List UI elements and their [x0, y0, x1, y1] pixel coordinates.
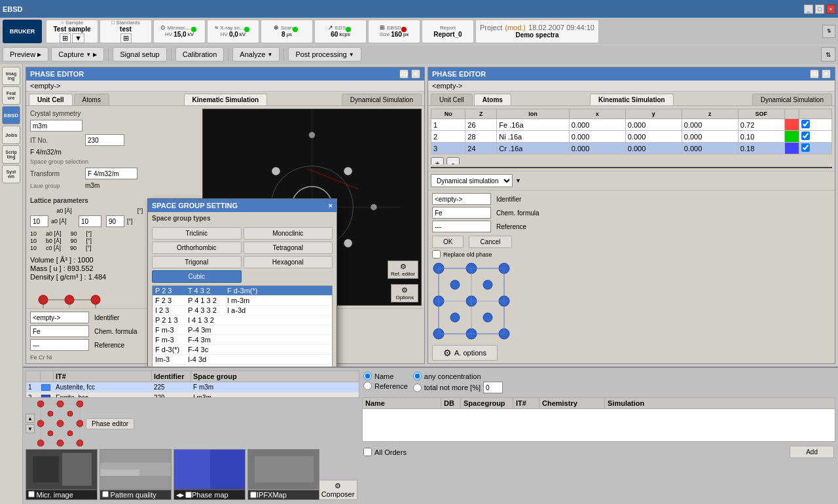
- atom-check-1[interactable]: [801, 120, 810, 128]
- module-scan[interactable]: ⊕ Scan 8 μs: [261, 20, 313, 43]
- sg-list-row-5[interactable]: F m-3F-4 3m: [153, 335, 332, 345]
- maximize-btn[interactable]: □: [815, 5, 824, 14]
- remove-atom-btn[interactable]: -: [446, 157, 460, 164]
- right-ok-btn[interactable]: OK: [432, 236, 464, 248]
- sg-close-btn[interactable]: ×: [329, 202, 333, 209]
- right-identifier-input[interactable]: [432, 193, 491, 205]
- sg-type-hexagonal[interactable]: Hexagonal: [244, 256, 333, 268]
- sg-list-row-2[interactable]: I 2 3P 4 3 3 2I a-3d: [153, 306, 332, 315]
- micr-check[interactable]: [28, 491, 35, 497]
- sg-list[interactable]: P 2 3T 4 3 2F d-3m(*) F 2 3P 4 1 3 2I m-…: [152, 285, 333, 367]
- close-btn[interactable]: ×: [826, 5, 835, 14]
- module-ebsd[interactable]: ⊞ EBSD Size 160 px: [368, 20, 420, 43]
- io-right-btn[interactable]: ⇅: [821, 47, 835, 62]
- options-btn-left[interactable]: ⚙ Options: [391, 284, 418, 302]
- io-icon-top[interactable]: ⇅: [822, 25, 835, 38]
- tab-dynamical[interactable]: Dynamical Simulation: [342, 94, 422, 105]
- sg-list-row-1[interactable]: F 2 3P 4 1 3 2I m-3m: [153, 296, 332, 306]
- sidebar-jobs[interactable]: Jobs: [2, 126, 20, 144]
- ref-editor-btn-left[interactable]: ⚙ Ref. editor: [388, 261, 418, 279]
- thumbnail-micr[interactable]: Micr. image: [26, 449, 98, 500]
- sg-list-row-4[interactable]: F m-3P-4 3m: [153, 325, 332, 335]
- right-tab-unit-cell[interactable]: Unit Cell: [431, 94, 473, 105]
- right-panel-io-btn[interactable]: I/O: [810, 69, 819, 79]
- module-eds[interactable]: ↗ EDS 60 kcps: [314, 20, 367, 43]
- atom-check-3[interactable]: [801, 143, 810, 152]
- sg-list-row-6[interactable]: F d-3(*)F-4 3c: [153, 345, 332, 355]
- right-cancel-btn[interactable]: Cancel: [469, 236, 511, 248]
- thumbnail-ipfx[interactable]: IPFXMap: [247, 449, 319, 500]
- phase-row-ferrite[interactable]: 2 Ferrite, bcc 229 I m3m: [26, 393, 359, 398]
- scroll-up[interactable]: ▲: [26, 414, 35, 423]
- sg-list-row-7[interactable]: Im-3I-4 3d: [153, 355, 332, 365]
- analyze-btn[interactable]: Analyze ▼: [232, 47, 280, 62]
- right-chem-input[interactable]: [432, 207, 491, 219]
- all-orders-check[interactable]: [363, 448, 372, 456]
- tab-unit-cell[interactable]: Unit Cell: [29, 94, 73, 105]
- sg-type-trigonal[interactable]: Trigonal: [152, 256, 242, 268]
- it-no-input[interactable]: [85, 134, 124, 146]
- transform-input[interactable]: [85, 168, 137, 179]
- thumbnail-phase-map[interactable]: ◀▶ Phase map: [173, 449, 246, 500]
- calibration-btn[interactable]: Calibration: [175, 47, 225, 62]
- sg-type-tetragonal[interactable]: Tetragonal: [244, 242, 333, 254]
- total-not-more-radio[interactable]: [413, 384, 422, 392]
- sidebar-imaging[interactable]: Imaging: [2, 67, 20, 85]
- a-options-btn-right[interactable]: ⚙ A. options: [432, 345, 498, 361]
- signal-setup-btn[interactable]: Signal setup: [113, 47, 167, 62]
- capture-btn[interactable]: Capture ▼ ▶: [51, 47, 104, 62]
- right-replace-checkbox[interactable]: [432, 250, 441, 259]
- pattern-check[interactable]: [102, 491, 109, 497]
- atom-check-2[interactable]: [801, 132, 810, 140]
- right-tab-dynamical[interactable]: Dynamical Simulation: [752, 94, 832, 105]
- identifier-input-left[interactable]: [30, 312, 89, 323]
- module-report[interactable]: Report Report_0: [422, 20, 474, 43]
- scroll-down[interactable]: ▼: [26, 424, 35, 433]
- sg-type-cubic[interactable]: Cubic: [152, 270, 242, 283]
- post-processing-btn[interactable]: Post processing ▼: [288, 47, 361, 62]
- right-tab-kinematic[interactable]: Kinematic Simulation: [590, 94, 674, 105]
- sg-type-orthorhombic[interactable]: Orthorhombic: [152, 242, 242, 254]
- module-project[interactable]: Project (mod.) 18.02.2007 09:44:10 Demo …: [475, 20, 599, 43]
- a0-input[interactable]: [30, 215, 48, 227]
- sg-list-row-3[interactable]: P 2 1 3I 4 1 3 2: [153, 315, 332, 325]
- thumbnail-pattern[interactable]: Pattern quality: [100, 449, 172, 500]
- right-reference-input[interactable]: [432, 221, 491, 232]
- chem-formula-input-left[interactable]: [30, 325, 89, 337]
- atom-row-3[interactable]: 3 24 Cr .16a 0.000 0.000 0.000 0.18: [431, 143, 832, 154]
- add-btn[interactable]: Add: [790, 446, 834, 458]
- sidebar-ebsd[interactable]: EBSD: [2, 106, 20, 124]
- composer-btn[interactable]: ⚙ Composer: [318, 480, 358, 500]
- sidebar-scripting[interactable]: Scripting: [2, 145, 20, 164]
- sidebar-system[interactable]: System: [2, 165, 20, 183]
- phase-map-check[interactable]: [185, 492, 192, 498]
- simulation-mode-select[interactable]: Dynamical simulation Kinematic simulatio…: [431, 174, 513, 187]
- reference-input-left[interactable]: [30, 339, 89, 351]
- module-sample[interactable]: ○ Sample Test sample ⊞ ▼: [46, 20, 98, 43]
- a0-val-input[interactable]: [79, 215, 101, 227]
- sg-type-triclinic[interactable]: Triclinic: [152, 227, 242, 240]
- right-panel-close-btn[interactable]: ×: [822, 69, 831, 79]
- conc-value-input[interactable]: [483, 382, 503, 393]
- right-tab-atoms[interactable]: Atoms: [474, 94, 511, 105]
- crystal-symmetry-input[interactable]: [30, 120, 82, 132]
- sg-type-monoclinic[interactable]: Monoclinic: [244, 227, 333, 240]
- reference-radio[interactable]: [363, 382, 372, 390]
- preview-btn[interactable]: Preview ▶: [3, 47, 48, 62]
- sg-list-row-0[interactable]: P 2 3T 4 3 2F d-3m(*): [153, 286, 332, 296]
- panel-io-btn[interactable]: I/O: [399, 69, 409, 79]
- phase-editor-btn[interactable]: Phase editor: [86, 418, 134, 429]
- tab-kinematic[interactable]: Kinematic Simulation: [184, 94, 268, 105]
- phase-row-austenite[interactable]: 1 Austenite, fcc 225 F m3m: [26, 382, 359, 393]
- sidebar-feature[interactable]: Feature: [2, 86, 20, 105]
- tab-atoms[interactable]: Atoms: [74, 94, 109, 105]
- name-radio[interactable]: [363, 372, 372, 380]
- panel-close-btn[interactable]: ×: [411, 69, 420, 79]
- minimize-btn[interactable]: _: [804, 5, 813, 14]
- atom-row-2[interactable]: 2 28 Ni .16a 0.000 0.000 0.000 0.10: [431, 131, 832, 143]
- module-microscope[interactable]: ⊙ Microsc.... HV 15,0 kV: [153, 20, 206, 43]
- module-standards[interactable]: □ Standards test ⊞: [100, 20, 152, 43]
- module-xray[interactable]: ≈ X-ray so... HV 0,0 kV: [207, 20, 259, 43]
- alpha-input[interactable]: [106, 215, 124, 227]
- ipfx-check[interactable]: [250, 492, 257, 498]
